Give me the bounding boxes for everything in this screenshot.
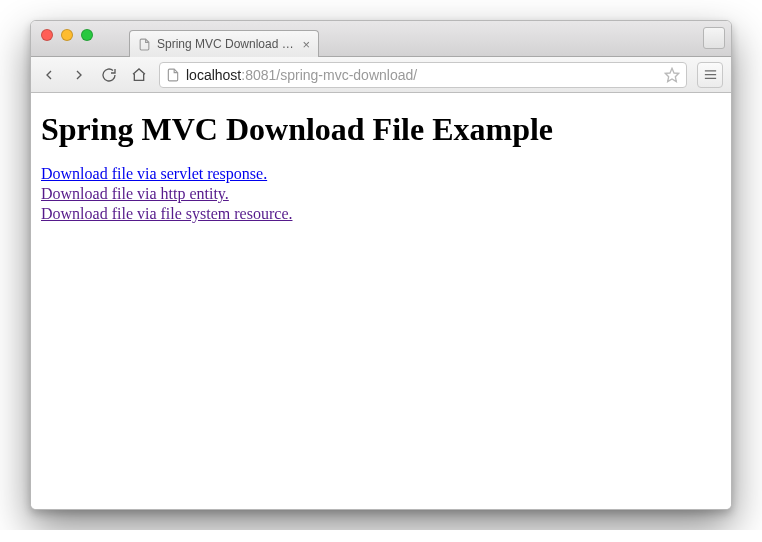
close-tab-icon[interactable]: × xyxy=(302,38,310,51)
page-icon xyxy=(138,38,151,51)
home-button[interactable] xyxy=(129,65,149,85)
browser-window: Spring MVC Download File × local xyxy=(30,20,732,510)
url-text: localhost:8081/spring-mvc-download/ xyxy=(186,67,658,83)
minimize-window-button[interactable] xyxy=(61,29,73,41)
reload-button[interactable] xyxy=(99,65,119,85)
browser-tab[interactable]: Spring MVC Download File × xyxy=(129,30,319,57)
address-bar[interactable]: localhost:8081/spring-mvc-download/ xyxy=(159,62,687,88)
titlebar: Spring MVC Download File × xyxy=(31,21,731,57)
back-button[interactable] xyxy=(39,65,59,85)
close-window-button[interactable] xyxy=(41,29,53,41)
url-host: localhost xyxy=(186,67,241,83)
maximize-window-button[interactable] xyxy=(81,29,93,41)
bookmark-icon[interactable] xyxy=(664,67,680,83)
url-path: /spring-mvc-download/ xyxy=(276,67,417,83)
download-link-http-entity[interactable]: Download file via http entity. xyxy=(41,185,229,202)
download-link-servlet[interactable]: Download file via servlet response. xyxy=(41,165,267,182)
window-controls xyxy=(41,29,93,41)
page-heading: Spring MVC Download File Example xyxy=(41,111,721,148)
url-port: :8081 xyxy=(241,67,276,83)
menu-button[interactable] xyxy=(697,62,723,88)
forward-button[interactable] xyxy=(69,65,89,85)
new-tab-button[interactable] xyxy=(703,27,725,49)
download-link-file-system-resource[interactable]: Download file via file system resource. xyxy=(41,205,292,222)
site-info-icon[interactable] xyxy=(166,68,180,82)
tab-title: Spring MVC Download File xyxy=(157,37,296,51)
page-viewport: Spring MVC Download File Example Downloa… xyxy=(31,93,731,509)
toolbar: localhost:8081/spring-mvc-download/ xyxy=(31,57,731,93)
svg-marker-0 xyxy=(665,68,678,81)
